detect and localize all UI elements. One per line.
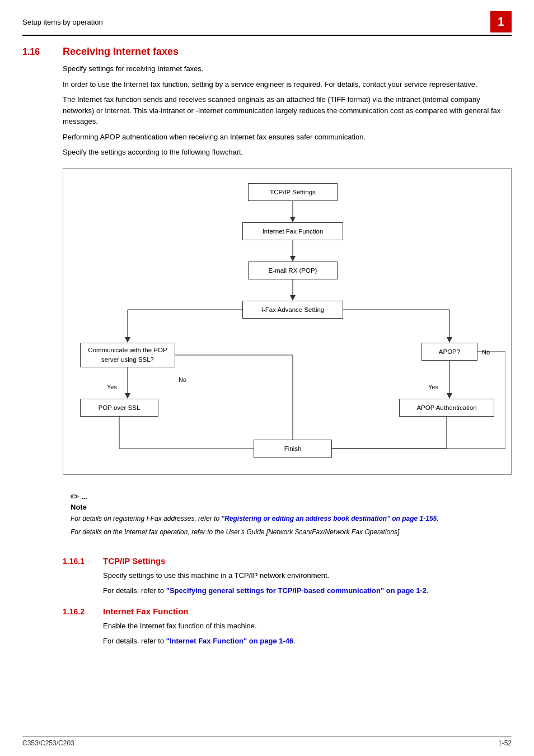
label-no-2: No bbox=[482, 349, 490, 356]
footer-model: C353/C253/C203 bbox=[22, 739, 74, 747]
subsection-1162-title: 1.16.2 Internet Fax Function bbox=[63, 606, 512, 616]
svg-marker-3 bbox=[290, 256, 296, 262]
subsection-1162-content: Enable the Internet fax function of this… bbox=[103, 620, 512, 647]
para-2: In order to use the Internet fax functio… bbox=[63, 79, 512, 90]
footer: C353/C253/C203 1-52 bbox=[22, 736, 512, 747]
section-content: Specify settings for receiving Internet … bbox=[63, 63, 512, 647]
section-title: 1.16 Receiving Internet faxes bbox=[22, 46, 512, 58]
svg-marker-11 bbox=[447, 337, 452, 343]
note-link-1[interactable]: "Registering or editing an address book … bbox=[221, 515, 437, 522]
fc-popq-box: Communicate with the POPserver using SSL… bbox=[80, 343, 175, 367]
iff-link[interactable]: "Internet Fax Function" on page 1-46 bbox=[166, 637, 294, 645]
subsection-1162-para1: Enable the Internet fax function of this… bbox=[103, 620, 512, 632]
subsection-1161-para1: Specify settings to use this machine in … bbox=[103, 570, 512, 581]
subsection-1161-title: 1.16.1 TCP/IP Settings bbox=[63, 556, 512, 566]
fc-iff-box: Internet Fax Function bbox=[242, 222, 343, 240]
footer-page: 1-52 bbox=[498, 739, 512, 747]
section-heading: Receiving Internet faxes bbox=[63, 46, 179, 58]
svg-marker-1 bbox=[290, 217, 296, 222]
pencil-icon: ✏ bbox=[71, 491, 79, 503]
svg-marker-13 bbox=[125, 393, 130, 399]
fc-finish-box: Finish bbox=[254, 440, 332, 458]
fc-tcp-box: TCP/IP Settings bbox=[248, 183, 338, 201]
fc-apopauth-box: APOP Authentication bbox=[399, 399, 494, 417]
flowchart: TCP/IP Settings Internet Fax Function E-… bbox=[63, 168, 512, 475]
subsection-1162-para2: For details, refer to "Internet Fax Func… bbox=[103, 636, 512, 647]
note-dots: ... bbox=[81, 492, 87, 501]
subsection-1161-number: 1.16.1 bbox=[63, 557, 96, 566]
fc-email-box: E-mail RX (POP) bbox=[248, 262, 338, 279]
label-no-1: No bbox=[179, 376, 186, 383]
fc-ifax-box: I-Fax Advance Setting bbox=[242, 301, 343, 319]
svg-marker-8 bbox=[125, 337, 130, 343]
note-icon: ✏ ... bbox=[71, 491, 504, 503]
header-bar: Setup items by operation 1 bbox=[22, 11, 512, 36]
svg-marker-5 bbox=[290, 295, 296, 301]
note-para-2: For details on the Internet fax operatio… bbox=[71, 527, 504, 537]
tcp-link[interactable]: "Specifying general settings for TCP/IP-… bbox=[166, 586, 427, 595]
subsection-1161-para2: For details, refer to "Specifying genera… bbox=[103, 585, 512, 596]
subsection-1162-heading: Internet Fax Function bbox=[103, 606, 189, 616]
subsection-1161-heading: TCP/IP Settings bbox=[103, 556, 165, 566]
section-number: 1.16 bbox=[22, 47, 56, 57]
breadcrumb: Setup items by operation bbox=[22, 18, 103, 26]
note-para-1: For details on registering I-Fax address… bbox=[71, 514, 504, 524]
note-box: ✏ ... Note For details on registering I-… bbox=[63, 485, 512, 546]
label-yes-1: Yes bbox=[107, 384, 117, 390]
flowchart-svg bbox=[69, 178, 505, 469]
fc-popssl-box: POP over SSL bbox=[80, 399, 158, 417]
flowchart-inner: TCP/IP Settings Internet Fax Function E-… bbox=[69, 178, 505, 469]
para-3: The Internet fax function sends and rece… bbox=[63, 94, 512, 127]
label-yes-2: Yes bbox=[428, 384, 438, 390]
page-number-badge: 1 bbox=[490, 11, 512, 32]
svg-marker-16 bbox=[447, 393, 452, 399]
subsection-1162-number: 1.16.2 bbox=[63, 607, 96, 616]
fc-apopq-box: APOP? bbox=[421, 343, 477, 361]
para-1: Specify settings for receiving Internet … bbox=[63, 63, 512, 74]
note-title: Note bbox=[71, 503, 504, 511]
subsection-1161-content: Specify settings to use this machine in … bbox=[103, 570, 512, 596]
para-5: Specify the settings according to the fo… bbox=[63, 147, 512, 158]
para-4: Performing APOP authentication when rece… bbox=[63, 132, 512, 143]
